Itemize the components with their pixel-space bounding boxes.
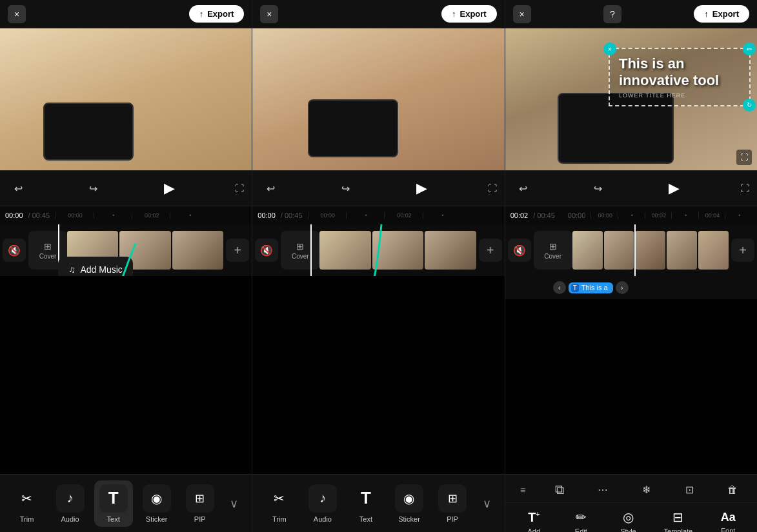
music-note-icon: ♫: [68, 264, 76, 275]
panel1-video-preview: [0, 28, 252, 170]
delete-button[interactable]: 🗑: [717, 482, 748, 498]
style-label: Style: [620, 527, 636, 532]
edit-text-tool[interactable]: ✏ Edit: [564, 506, 598, 532]
panel3-text-track: ‹ T This is a ›: [505, 276, 757, 299]
fullscreen-button[interactable]: ⛶: [235, 183, 244, 193]
play-button[interactable]: ▶: [663, 177, 686, 200]
overlay-rotate-handle[interactable]: ↻: [743, 99, 756, 112]
panel3-timeline: 00:02 / 00:45 00:00 00:00 • 00:02 • 00:0…: [505, 206, 757, 224]
playhead: [634, 224, 636, 276]
layers-button[interactable]: ≡: [514, 481, 532, 499]
audio-toggle-button[interactable]: 🔇: [3, 239, 26, 262]
cover-icon: ⊞: [549, 241, 557, 251]
help-button[interactable]: ?: [603, 5, 621, 23]
panel1-timeline: 00:00 / 00:45 00:00 • 00:02 •: [0, 206, 252, 224]
panel2-close-button[interactable]: ×: [260, 5, 278, 23]
panel1-toolbar: ✂ Trim ♪ Audio T Text ◉ Sticker ⊞ PIP ∨: [0, 474, 252, 532]
video-thumb-1: [572, 231, 603, 270]
cover-label: Cover: [39, 253, 57, 260]
panel1-close-button[interactable]: ×: [8, 5, 26, 23]
panel3-close-button[interactable]: ×: [513, 5, 531, 23]
panel3-controls: ↩ ↪ ▶ ⛶: [505, 170, 757, 206]
video-thumb-3: [425, 231, 476, 270]
current-time: 00:02: [510, 212, 529, 219]
template-tool[interactable]: ⊟ Template: [659, 506, 698, 532]
undo-button[interactable]: ↩: [513, 178, 534, 199]
cover-thumbnail[interactable]: ⊞ Cover: [534, 231, 572, 270]
cover-label: Cover: [544, 253, 561, 260]
time2: 00:00: [568, 212, 586, 219]
add-music-popup[interactable]: ♫ Add Music: [58, 257, 133, 276]
fullscreen-button[interactable]: ⛶: [488, 183, 497, 193]
prev-text-button[interactable]: ‹: [553, 281, 566, 294]
export-icon: ↑: [199, 9, 204, 19]
add-text-icon: T+: [528, 510, 540, 525]
redo-button[interactable]: ↪: [83, 178, 103, 199]
style-tool[interactable]: ◎ Style: [611, 506, 645, 532]
overlay-edit-button[interactable]: ✏: [743, 43, 756, 55]
panel2-topbar: × ↑ Export: [252, 0, 505, 28]
edit-toolbar-tools: T+ Add ✏ Edit ◎ Style ⊟ Template Aa Fo: [505, 502, 757, 532]
panel3-fullscreen-button[interactable]: ⛶: [736, 150, 752, 165]
template-icon: ⊟: [672, 509, 683, 525]
sticker-icon: ◉: [143, 484, 171, 513]
trim-label: Trim: [272, 515, 287, 523]
trim-tool[interactable]: ✂ Trim: [8, 480, 46, 527]
text-tool[interactable]: T Text: [94, 480, 133, 527]
font-tool[interactable]: Aa Font: [711, 507, 745, 533]
edit-icon2: ✏: [576, 509, 587, 525]
audio-tool[interactable]: ♪ Audio: [51, 480, 90, 527]
panel3-export-button[interactable]: ↑ Export: [694, 5, 749, 23]
pip-icon: ⊞: [186, 484, 214, 513]
trim-tool[interactable]: ✂ Trim: [260, 480, 299, 527]
audio-icon: ♪: [56, 484, 85, 513]
font-icon: Aa: [721, 511, 736, 524]
text-label: Text: [359, 515, 372, 523]
text-chip[interactable]: T This is a: [569, 282, 613, 293]
add-clip-button[interactable]: +: [731, 239, 754, 262]
undo-button[interactable]: ↩: [260, 178, 281, 199]
panel3: × ✏ ↻ This is an innovative tool LOWER T…: [505, 28, 757, 532]
text-overlay-box[interactable]: × ✏ ↻ This is an innovative tool LOWER T…: [609, 48, 751, 106]
play-button[interactable]: ▶: [157, 177, 181, 200]
audio-label: Audio: [61, 515, 79, 523]
audio-toggle-button[interactable]: 🔇: [255, 239, 278, 262]
text-tool[interactable]: T Text: [347, 480, 385, 527]
pip-tool[interactable]: ⊞ PIP: [433, 480, 472, 527]
add-clip-button[interactable]: +: [479, 239, 502, 262]
sticker-tool[interactable]: ◉ Sticker: [390, 480, 429, 527]
trim-label: Trim: [20, 515, 34, 523]
panel1-topbar: × ↑ Export: [0, 0, 252, 28]
add-text-tool[interactable]: T+ Add: [517, 506, 550, 533]
freeze-button[interactable]: ❄: [631, 481, 661, 498]
panel2-export-button[interactable]: ↑ Export: [441, 5, 497, 23]
export-icon: ↑: [704, 9, 709, 19]
timeline-marks: 00:00 • 00:02 •: [55, 212, 247, 219]
total-time: / 00:45: [533, 212, 555, 219]
fullscreen-button[interactable]: ⛶: [740, 183, 749, 193]
audio-mute-icon: 🔇: [8, 244, 21, 257]
overlay-title-text: This is an innovative tool: [619, 55, 740, 90]
crop-button[interactable]: ⊡: [674, 481, 705, 498]
split-button[interactable]: ⋯: [587, 481, 618, 498]
expand-toolbar-button[interactable]: ∨: [476, 493, 497, 514]
overlay-close-button[interactable]: ×: [603, 43, 616, 55]
copy-button[interactable]: ⧉: [544, 480, 575, 500]
redo-button[interactable]: ↪: [588, 178, 609, 199]
add-clip-button[interactable]: +: [226, 239, 249, 262]
audio-toggle-button[interactable]: 🔇: [508, 239, 531, 262]
redo-button[interactable]: ↪: [335, 178, 356, 199]
audio-tool[interactable]: ♪ Audio: [303, 480, 342, 527]
play-button[interactable]: ▶: [410, 177, 434, 200]
cover-thumbnail[interactable]: ⊞ Cover: [281, 231, 319, 270]
next-text-button[interactable]: ›: [616, 281, 629, 294]
panel1-controls: ↩ ↪ ▶ ⛶: [0, 170, 252, 206]
expand-toolbar-button[interactable]: ∨: [224, 493, 245, 514]
panel1-export-button[interactable]: ↑ Export: [189, 5, 245, 23]
panel1: ↩ ↪ ▶ ⛶ 00:00 / 00:45 00:00 • 00:02 • 🔇 …: [0, 28, 252, 532]
panel3-video-preview: × ✏ ↻ This is an innovative tool LOWER T…: [505, 28, 757, 170]
undo-button[interactable]: ↩: [8, 178, 28, 199]
sticker-tool[interactable]: ◉ Sticker: [137, 480, 176, 527]
panel3-edit-toolbar: ≡ ⧉ ⋯ ❄ ⊡ 🗑 T+: [505, 474, 757, 532]
pip-tool[interactable]: ⊞ PIP: [181, 480, 219, 527]
